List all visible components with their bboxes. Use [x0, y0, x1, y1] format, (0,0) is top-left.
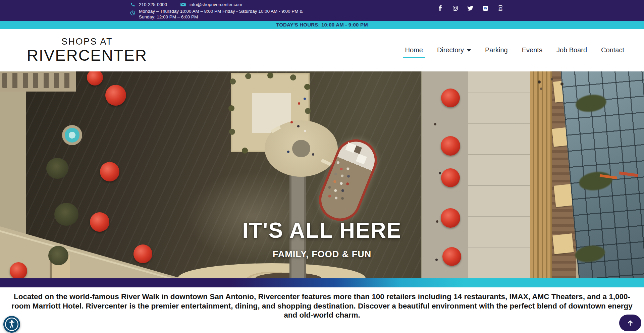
facebook-icon[interactable]	[437, 5, 443, 11]
logo-line-1: SHOPS AT	[27, 37, 147, 46]
red-umbrella	[441, 136, 460, 156]
social-links: in @	[437, 5, 503, 11]
logo-line-2: RIVERCENTER	[27, 47, 147, 63]
gradient-divider	[0, 278, 644, 287]
nav-events[interactable]: Events	[516, 44, 548, 57]
threads-glyph: @	[498, 5, 503, 11]
platform-center	[292, 140, 310, 157]
hero-video: IT'S ALL HERE FAMILY, FOOD & FUN	[0, 71, 644, 278]
clock-icon	[130, 10, 135, 15]
nav-contact[interactable]: Contact	[595, 44, 630, 57]
arrow-up-icon	[626, 319, 634, 327]
main-nav: Home Directory Parking Events Job Board …	[399, 44, 630, 57]
phone-number: 210-225-0000	[139, 2, 167, 7]
top-right-tables	[527, 77, 529, 80]
round-platform	[265, 120, 338, 177]
terrace-loungers	[2, 73, 71, 88]
hero-subtitle: FAMILY, FOOD & FUN	[0, 249, 644, 260]
instagram-icon[interactable]	[452, 5, 458, 11]
topbar-contact-block: 210-225-0000 info@shoprivercenter.com Mo…	[130, 1, 318, 20]
hours-row: Monday – Thursday 10:00 AM – 8:00 PM Fri…	[130, 9, 318, 20]
todays-hours-text: TODAY'S HOURS: 10:00 AM - 9:00 PM	[276, 22, 368, 27]
email-link[interactable]: info@shoprivercenter.com	[180, 2, 242, 7]
nav-parking[interactable]: Parking	[479, 44, 514, 57]
intro-paragraph: Located on the world-famous River Walk i…	[7, 292, 637, 320]
email-address: info@shoprivercenter.com	[190, 2, 242, 7]
nav-job-board[interactable]: Job Board	[551, 44, 593, 57]
twitter-glyph	[467, 6, 473, 11]
red-umbrella	[441, 168, 460, 187]
red-umbrella	[105, 85, 126, 106]
contact-row: 210-225-0000 info@shoprivercenter.com	[130, 1, 318, 8]
phone-icon	[130, 2, 135, 7]
stone-walkway	[468, 71, 530, 278]
red-umbrella	[100, 162, 119, 181]
right-pavement-tables	[435, 101, 438, 103]
hero-title: IT'S ALL HERE	[0, 218, 644, 243]
todays-hours-banner: TODAY'S HOURS: 10:00 AM - 9:00 PM	[0, 21, 644, 29]
barge-canopy	[356, 154, 367, 164]
platform-bench	[321, 159, 331, 166]
page: 210-225-0000 info@shoprivercenter.com Mo…	[0, 0, 644, 333]
tree	[46, 158, 68, 179]
accessibility-widget-button[interactable]	[3, 316, 20, 333]
pedestrians	[288, 118, 290, 121]
fountain	[65, 128, 79, 143]
linkedin-icon[interactable]: in	[482, 5, 488, 11]
weekly-hours-text: Monday – Thursday 10:00 AM – 8:00 PM Fri…	[139, 9, 318, 20]
nav-directory[interactable]: Directory	[431, 44, 477, 57]
chevron-down-icon	[467, 49, 471, 52]
instagram-glyph	[452, 5, 458, 11]
red-umbrella	[441, 89, 460, 107]
scroll-to-top-button[interactable]	[619, 315, 641, 331]
site-logo[interactable]: SHOPS AT RIVERCENTER	[27, 37, 147, 63]
linkedin-glyph: in	[483, 6, 488, 11]
phone-link[interactable]: 210-225-0000	[130, 2, 167, 7]
intro-section: Located on the world-famous River Walk i…	[0, 287, 644, 320]
accessibility-person-icon	[4, 317, 19, 332]
nav-directory-label: Directory	[437, 46, 464, 54]
threads-icon[interactable]: @	[497, 5, 503, 11]
site-header: SHOPS AT RIVERCENTER Home Directory Park…	[0, 29, 644, 71]
nav-home[interactable]: Home	[399, 44, 429, 57]
plaza-planters	[230, 78, 236, 85]
facebook-glyph	[438, 5, 442, 11]
email-icon	[180, 2, 186, 7]
topbar: 210-225-0000 info@shoprivercenter.com Mo…	[0, 0, 644, 21]
red-umbrella	[10, 262, 27, 278]
twitter-icon[interactable]	[467, 5, 473, 11]
wooden-steps	[530, 71, 554, 278]
